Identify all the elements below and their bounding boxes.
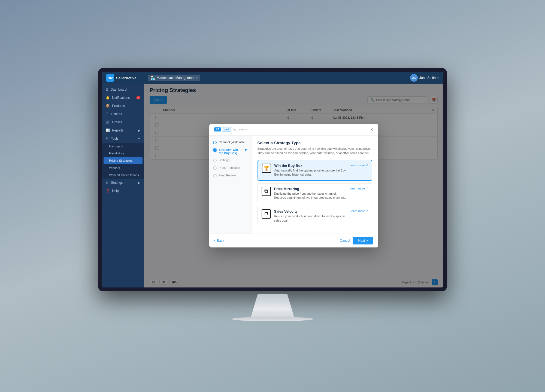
strategy-card-price-mirroring[interactable]: ⧉ Price Mirroring Duplicate the price fr… [258, 183, 372, 204]
sidebar-label-settings: Settings [111, 181, 123, 185]
sidebar-item-pricing-strategies[interactable]: Pricing Strategies [104, 157, 143, 164]
user-name: John Smith [419, 76, 436, 80]
step-label-final: Final Review [219, 174, 236, 177]
sidebar-item-walmart-cancellations[interactable]: Walmart Cancellations [102, 171, 144, 179]
vendors-label: Vendors [109, 166, 120, 170]
price-mirroring-icon: ⧉ [262, 187, 271, 196]
step-arrow-strategy: ▶ [245, 148, 247, 151]
step-settings: Settings [213, 158, 247, 162]
sales-velocity-desc: Reprice your products up and down to mee… [274, 214, 347, 223]
sidebar-item-products[interactable]: 📦 Products [102, 102, 144, 110]
modal-section-desc: Strategies are a set of rules that deter… [258, 146, 372, 155]
sidebar-item-reports[interactable]: 📊 Reports ▶ [102, 126, 144, 134]
price-mirroring-info: Price Mirroring Duplicate the price from… [274, 187, 347, 200]
sidebar-sub-tools: File Import File History Pricing Strateg… [102, 143, 144, 179]
user-area[interactable]: JS John Smith ▾ [410, 74, 439, 82]
tools-arrow: ▼ [138, 137, 140, 140]
monitor-screen: PRO SellerActive 🏪 Marketplace Managemen… [102, 72, 443, 287]
cancel-button[interactable]: Cancel [340, 239, 350, 243]
sidebar-item-settings[interactable]: ⚙ Settings ▶ [102, 179, 144, 187]
external-link-icon-win: ↗ [366, 164, 368, 167]
sidebar-label-products: Products [112, 104, 125, 108]
sales-velocity-name: Sales Velocity [274, 209, 347, 213]
strategy-card-sales-velocity[interactable]: ⏱ Sales Velocity Reprice your products u… [258, 206, 372, 226]
win-buy-box-info: Win the Buy Box Automatically find the o… [274, 164, 346, 177]
monitor-base [232, 317, 313, 321]
products-icon: 📦 [106, 104, 110, 108]
modal: SA cart by Carto.com × [209, 124, 378, 247]
modal-header: SA cart by Carto.com × [209, 124, 378, 136]
sidebar-item-orders[interactable]: 🛒 Orders [102, 118, 144, 126]
modal-logo-icon: SA cart [214, 127, 231, 132]
sidebar-item-dashboard[interactable]: ⊞ Dashboard [102, 85, 144, 94]
monitor-stand [248, 294, 297, 318]
settings-arrow: ▶ [138, 181, 140, 184]
settings-icon: ⚙ [106, 181, 109, 185]
price-mirroring-name: Price Mirroring [274, 187, 347, 191]
step-label-settings: Settings [219, 158, 230, 162]
next-button[interactable]: Next > [353, 237, 373, 244]
modal-overlay: SA cart by Carto.com × [144, 84, 443, 287]
marketplace-selector[interactable]: 🏪 Marketplace Management ▾ [148, 75, 200, 81]
tools-icon: ⚙ [106, 137, 109, 140]
modal-steps: Channel (Walmart) Strategy (Win the Buy … [209, 136, 252, 234]
logo-area: PRO SellerActive [106, 74, 144, 82]
listings-icon: ☰ [106, 112, 109, 116]
sidebar: ⊞ Dashboard 🔔 Notifications 0 📦 Products… [102, 84, 144, 287]
notifications-badge: 0 [136, 96, 140, 99]
back-button[interactable]: < Back [214, 239, 224, 243]
content-area: Pricing Strategies Create 🔍 📅 [144, 84, 443, 287]
sidebar-item-listings[interactable]: ☰ Listings [102, 110, 144, 118]
win-buy-box-desc: Automatically find the optimal price to … [274, 169, 346, 177]
dashboard-icon: ⊞ [106, 88, 108, 91]
sales-velocity-learn-more[interactable]: Learn more ↗ [350, 209, 368, 213]
sidebar-item-tools[interactable]: ⚙ Tools ▼ [102, 134, 144, 143]
marketplace-label: Marketplace Management [157, 76, 195, 80]
reports-arrow: ▶ [138, 129, 140, 132]
sidebar-label-reports: Reports [112, 128, 123, 132]
sidebar-label-tools: Tools [111, 137, 119, 140]
notifications-icon: 🔔 [106, 96, 110, 100]
modal-body: Channel (Walmart) Strategy (Win the Buy … [209, 136, 378, 234]
sidebar-label-help: Help [112, 189, 119, 193]
step-radio-profit [213, 166, 217, 170]
sales-velocity-icon: ⏱ [262, 209, 271, 219]
sidebar-label-orders: Orders [112, 120, 122, 124]
step-radio-strategy [213, 148, 217, 152]
external-link-icon-velocity: ↗ [366, 210, 368, 213]
help-icon: ❓ [106, 189, 110, 193]
sidebar-label-listings: Listings [111, 112, 122, 116]
win-buy-box-name: Win the Buy Box [274, 164, 346, 168]
modal-footer: < Back Cancel Next > [209, 234, 378, 247]
step-profit-protection: Profit Protection [213, 166, 247, 170]
step-label-strategy: Strategy (Win the Buy Box) [219, 148, 243, 155]
user-avatar: JS [410, 74, 418, 82]
learn-more-label-velocity: Learn more [350, 209, 365, 213]
learn-more-label-win: Learn more [349, 164, 365, 167]
sidebar-item-file-history[interactable]: File History [102, 150, 144, 157]
step-radio-channel [213, 141, 217, 144]
sidebar-item-file-import[interactable]: File Import [102, 143, 144, 150]
top-bar: PRO SellerActive 🏪 Marketplace Managemen… [102, 72, 443, 84]
step-final-review: Final Review [213, 174, 247, 177]
win-buy-box-learn-more[interactable]: Learn more ↗ [349, 164, 368, 167]
sidebar-item-notifications[interactable]: 🔔 Notifications 0 [102, 94, 144, 102]
strategy-card-win-buy-box[interactable]: 🏆 Win the Buy Box Automatically find the… [258, 160, 372, 181]
external-link-icon-mirror: ↗ [366, 187, 368, 190]
sales-velocity-info: Sales Velocity Reprice your products up … [274, 209, 347, 223]
step-radio-final [213, 174, 217, 177]
price-mirroring-desc: Duplicate the price from another sales c… [274, 192, 347, 200]
sidebar-item-vendors[interactable]: Vendors [102, 164, 144, 171]
modal-close-button[interactable]: × [370, 127, 373, 132]
orders-icon: 🛒 [106, 120, 110, 124]
step-strategy: Strategy (Win the Buy Box) ▶ [213, 148, 247, 155]
win-buy-box-icon: 🏆 [262, 164, 271, 173]
modal-logo-subtitle: by Carto.com [234, 128, 248, 131]
marketplace-dropdown-icon: ▾ [196, 76, 198, 79]
price-mirroring-learn-more[interactable]: Learn more ↗ [350, 187, 368, 190]
sidebar-item-help[interactable]: ❓ Help [102, 187, 144, 195]
step-label-profit: Profit Protection [219, 166, 240, 169]
sidebar-label-dashboard: Dashboard [111, 88, 127, 91]
file-import-label: File Import [109, 145, 123, 148]
user-dropdown-icon: ▾ [437, 76, 439, 79]
